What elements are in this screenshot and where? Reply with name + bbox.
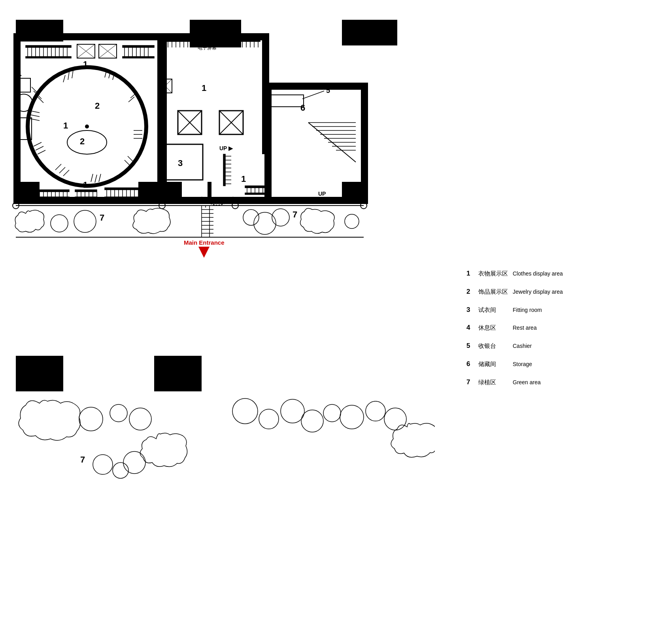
legend-item: 2 饰品展示区 Jewelry display area [466, 287, 660, 296]
svg-line-67 [63, 75, 65, 82]
legend-chinese: 衣物展示区 [478, 269, 508, 278]
svg-rect-29 [123, 57, 154, 58]
legend-number: 2 [466, 287, 475, 296]
svg-text:7: 7 [293, 210, 297, 219]
svg-text:7: 7 [80, 455, 85, 465]
legend-chinese: 收银台 [478, 342, 508, 350]
legend-english: Cashier [513, 342, 532, 350]
svg-rect-28 [123, 45, 154, 47]
svg-text:UP ▶: UP ▶ [219, 145, 233, 151]
svg-rect-0 [16, 36, 162, 202]
legend-item: 6 储藏间 Storage [466, 359, 660, 369]
svg-point-235 [301, 410, 323, 432]
svg-rect-20 [26, 57, 71, 58]
svg-line-56 [128, 156, 134, 162]
svg-point-229 [93, 455, 113, 474]
legend-chinese: 饰品展示区 [478, 287, 508, 296]
svg-text:6: 6 [300, 103, 305, 113]
svg-point-225 [79, 407, 103, 431]
entrance-arrow-icon [198, 247, 210, 258]
legend-chinese: 绿植区 [478, 378, 508, 386]
svg-rect-197 [342, 182, 366, 202]
svg-rect-116 [166, 40, 213, 42]
svg-line-50 [59, 167, 65, 173]
svg-rect-178 [267, 85, 366, 90]
legend-chinese: 试衣间 [478, 306, 508, 314]
legend-number: 7 [466, 378, 475, 387]
svg-line-44 [30, 115, 40, 117]
legend-number: 6 [466, 359, 475, 369]
svg-rect-157 [223, 154, 225, 186]
svg-line-53 [95, 175, 97, 183]
legend-number: 3 [466, 305, 475, 315]
svg-rect-76 [30, 190, 69, 192]
legend-english: Jewelry display area [513, 288, 563, 296]
svg-point-226 [110, 404, 127, 422]
svg-text:4: 4 [17, 69, 22, 79]
svg-point-236 [323, 404, 341, 422]
svg-point-219 [254, 212, 276, 234]
legend: 1 衣物展示区 Clothes display area 2 饰品展示区 Jew… [466, 269, 660, 396]
legend-english: Green area [513, 379, 541, 387]
svg-text:5: 5 [326, 87, 330, 94]
svg-rect-168 [162, 182, 182, 202]
svg-rect-224 [154, 356, 202, 391]
svg-rect-166 [163, 144, 203, 180]
legend-english: Rest area [513, 324, 537, 332]
svg-point-233 [259, 409, 279, 429]
svg-rect-7 [16, 20, 63, 42]
svg-rect-77 [30, 197, 69, 198]
svg-text:1: 1 [241, 174, 246, 184]
svg-line-49 [55, 164, 61, 170]
svg-point-220 [272, 209, 289, 226]
svg-point-239 [384, 408, 406, 430]
svg-rect-106 [105, 188, 144, 190]
svg-line-47 [36, 146, 43, 150]
legend-item: 1 衣物展示区 Clothes display area [466, 269, 660, 278]
svg-line-52 [91, 174, 93, 182]
svg-text:7: 7 [100, 213, 104, 223]
svg-point-70 [67, 130, 107, 154]
svg-rect-19 [26, 45, 71, 47]
svg-line-46 [34, 142, 42, 146]
lower-exterior-plan: 7 [8, 348, 435, 605]
svg-rect-184 [268, 95, 304, 107]
legend-item: 4 休息区 Rest area [466, 323, 660, 332]
svg-text:1: 1 [83, 180, 88, 190]
svg-text:1: 1 [63, 121, 68, 130]
legend-number: 5 [466, 341, 475, 351]
svg-rect-169 [208, 182, 211, 202]
svg-point-232 [232, 398, 258, 424]
legend-english: Storage [513, 361, 532, 368]
svg-rect-170 [245, 186, 265, 188]
svg-rect-88 [75, 190, 97, 192]
svg-point-205 [51, 215, 68, 232]
svg-point-238 [366, 401, 385, 421]
svg-point-227 [129, 408, 151, 430]
svg-rect-176 [245, 193, 265, 194]
svg-point-234 [281, 399, 304, 423]
svg-text:2: 2 [95, 101, 100, 111]
svg-rect-89 [75, 197, 97, 198]
svg-point-222 [345, 214, 359, 228]
svg-line-60 [128, 97, 134, 102]
svg-point-237 [340, 405, 364, 429]
svg-line-182 [302, 91, 324, 99]
legend-item: 7 绿植区 Green area [466, 378, 660, 387]
legend-number: 4 [466, 323, 475, 332]
svg-point-39 [85, 125, 89, 128]
svg-rect-107 [105, 197, 144, 198]
svg-point-218 [243, 210, 259, 225]
svg-rect-223 [16, 356, 63, 391]
svg-text:1: 1 [202, 83, 206, 93]
svg-line-66 [68, 72, 69, 80]
svg-point-231 [123, 451, 145, 474]
svg-point-230 [113, 463, 128, 478]
legend-english: Clothes display area [513, 270, 563, 278]
svg-text:2: 2 [80, 136, 85, 146]
legend-item: 3 试衣间 Fitting room [466, 305, 660, 315]
main-entrance-label: Main Entrance [184, 239, 225, 246]
svg-text:1: 1 [270, 100, 272, 104]
svg-text:3: 3 [178, 158, 183, 168]
legend-number: 1 [466, 269, 475, 278]
